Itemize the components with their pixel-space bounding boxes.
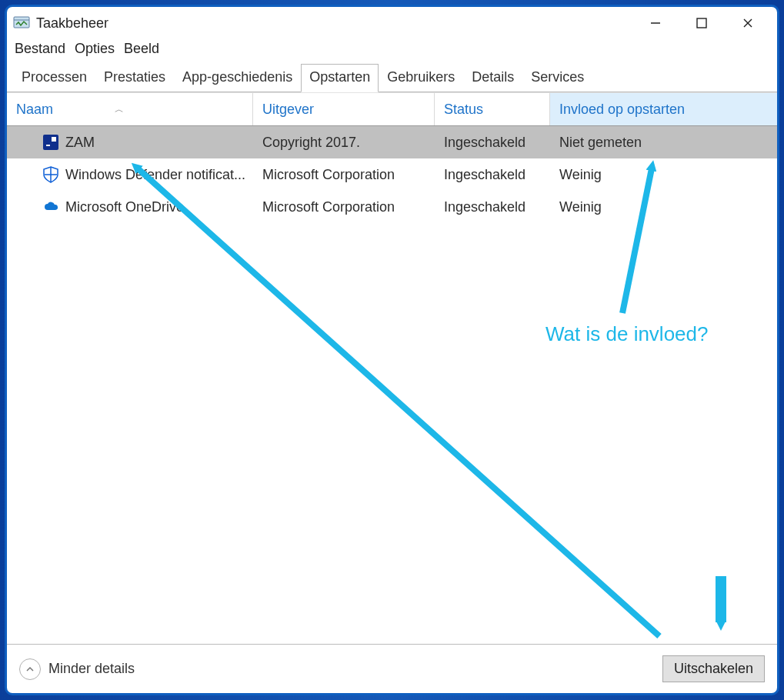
fewer-details-label: Minder details — [48, 661, 135, 677]
window-buttons — [632, 12, 771, 35]
menu-file[interactable]: Bestand — [15, 41, 65, 57]
tab-users[interactable]: Gebruikers — [379, 64, 463, 92]
disable-button[interactable]: Uitschakelen — [662, 655, 765, 682]
column-name[interactable]: Naam ︿ — [7, 93, 253, 125]
chevron-up-icon — [19, 658, 41, 680]
column-startup-impact[interactable]: Invloed op opstarten — [550, 93, 777, 125]
row-impact: Niet gemeten — [550, 135, 777, 151]
window-title: Taakbeheer — [36, 15, 108, 32]
row-name: Microsoft OneDrive — [65, 199, 184, 215]
startup-rows: ZAM Copyright 2017. Ingeschakeld Niet ge… — [7, 126, 777, 644]
table-row-onedrive[interactable]: Microsoft OneDrive Microsoft Corporation… — [7, 191, 777, 223]
tab-services[interactable]: Services — [522, 64, 592, 92]
svg-rect-6 — [52, 137, 56, 142]
row-status: Ingeschakeld — [435, 167, 550, 183]
menubar: Bestand Opties Beeld — [7, 38, 777, 62]
menu-view[interactable]: Beeld — [124, 41, 159, 57]
row-publisher: Copyright 2017. — [253, 135, 435, 151]
svg-rect-2 — [697, 18, 706, 28]
zam-icon — [42, 134, 59, 151]
maximize-button[interactable] — [679, 12, 725, 35]
row-publisher: Microsoft Corporation — [253, 167, 435, 183]
table-row-zam[interactable]: ZAM Copyright 2017. Ingeschakeld Niet ge… — [7, 126, 777, 158]
tab-processes[interactable]: Processen — [13, 64, 95, 92]
taskmanager-icon — [13, 15, 30, 32]
tab-app-history[interactable]: App-geschiedenis — [174, 64, 301, 92]
fewer-details-toggle[interactable]: Minder details — [19, 658, 135, 680]
row-impact: Weinig — [550, 167, 777, 183]
table-row-defender[interactable]: Windows Defender notificat... Microsoft … — [7, 158, 777, 191]
taskmanager-window: Taakbeheer Bestand Opties Beeld Processe… — [5, 5, 779, 695]
startup-panel: Naam ︿ Uitgever Status Invloed op opstar… — [7, 92, 777, 644]
tab-strip: Processen Prestaties App-geschiedenis Op… — [7, 62, 777, 92]
column-publisher[interactable]: Uitgever — [253, 93, 435, 125]
column-status[interactable]: Status — [435, 93, 550, 125]
titlebar: Taakbeheer — [7, 7, 777, 38]
menu-options[interactable]: Opties — [75, 41, 115, 57]
row-impact: Weinig — [550, 199, 777, 215]
row-status: Ingeschakeld — [435, 135, 550, 151]
row-name: ZAM — [65, 135, 95, 151]
column-name-label: Naam — [16, 102, 53, 118]
tab-performance[interactable]: Prestaties — [95, 64, 174, 92]
startup-list: Naam ︿ Uitgever Status Invloed op opstar… — [7, 92, 777, 644]
minimize-button[interactable] — [632, 12, 679, 35]
row-name: Windows Defender notificat... — [65, 167, 245, 183]
shield-icon — [42, 166, 59, 183]
row-status: Ingeschakeld — [435, 199, 550, 215]
row-publisher: Microsoft Corporation — [253, 199, 435, 215]
sort-indicator-icon: ︿ — [115, 103, 124, 116]
column-headers: Naam ︿ Uitgever Status Invloed op opstar… — [7, 92, 777, 126]
footer: Minder details Uitschakelen — [7, 644, 777, 693]
tab-startup[interactable]: Opstarten — [301, 64, 379, 92]
cloud-icon — [42, 198, 59, 215]
svg-rect-0 — [14, 17, 29, 28]
close-button[interactable] — [725, 12, 771, 35]
tab-details[interactable]: Details — [463, 64, 522, 92]
